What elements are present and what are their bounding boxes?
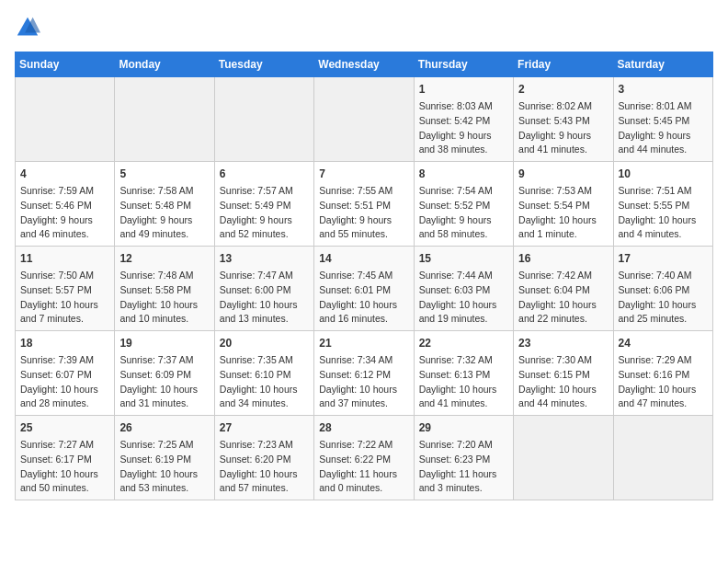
calendar-cell: [16, 77, 115, 162]
calendar-cell: 5Sunrise: 7:58 AMSunset: 5:48 PMDaylight…: [115, 162, 214, 247]
calendar-cell: 25Sunrise: 7:27 AMSunset: 6:17 PMDayligh…: [16, 416, 115, 500]
cell-line: and 19 minutes.: [419, 312, 508, 327]
cell-line: Sunset: 5:42 PM: [419, 114, 508, 129]
cell-line: Daylight: 10 hours: [319, 298, 408, 313]
cell-line: Sunset: 6:01 PM: [319, 283, 408, 298]
calendar-cell: 19Sunrise: 7:37 AMSunset: 6:09 PMDayligh…: [115, 331, 214, 416]
cell-line: Daylight: 9 hours: [419, 213, 508, 228]
day-number: 15: [419, 250, 508, 267]
cell-line: Sunrise: 7:39 AM: [20, 353, 109, 368]
day-number: 10: [619, 166, 708, 182]
cell-line: Daylight: 10 hours: [419, 383, 508, 397]
cell-line: Daylight: 11 hours: [319, 467, 408, 482]
cell-line: and 37 minutes.: [319, 396, 408, 411]
calendar-cell: 11Sunrise: 7:50 AMSunset: 5:57 PMDayligh…: [16, 247, 115, 331]
calendar-cell: 24Sunrise: 7:29 AMSunset: 6:16 PMDayligh…: [613, 331, 712, 416]
cell-line: Sunrise: 7:34 AM: [319, 353, 408, 368]
cell-line: Sunrise: 7:54 AM: [419, 184, 508, 199]
cell-line: Sunrise: 8:03 AM: [419, 99, 508, 114]
day-number: 9: [518, 166, 608, 182]
calendar-cell: 15Sunrise: 7:44 AMSunset: 6:03 PMDayligh…: [414, 247, 513, 331]
cell-line: and 3 minutes.: [419, 481, 508, 496]
day-number: 22: [419, 335, 508, 351]
cell-line: Daylight: 9 hours: [518, 129, 608, 144]
day-number: 19: [119, 335, 209, 351]
calendar-cell: [613, 416, 712, 500]
logo: [15, 15, 44, 40]
day-number: 16: [518, 250, 608, 267]
cell-line: Daylight: 9 hours: [419, 129, 508, 144]
cell-line: Sunrise: 7:27 AM: [20, 438, 109, 453]
day-number: 20: [220, 335, 309, 351]
day-number: 11: [20, 250, 109, 267]
cell-line: Sunset: 5:43 PM: [518, 114, 608, 129]
cell-line: Sunset: 6:16 PM: [619, 368, 708, 383]
cell-line: and 38 minutes.: [419, 143, 508, 157]
day-number: 2: [518, 81, 608, 98]
day-number: 5: [119, 166, 209, 182]
cell-line: Daylight: 10 hours: [119, 383, 209, 397]
cell-line: Sunrise: 7:29 AM: [619, 353, 708, 368]
cell-line: and 1 minute.: [518, 227, 608, 242]
calendar-cell: 18Sunrise: 7:39 AMSunset: 6:07 PMDayligh…: [16, 331, 115, 416]
calendar-cell: 27Sunrise: 7:23 AMSunset: 6:20 PMDayligh…: [214, 416, 313, 500]
cell-line: Sunset: 6:19 PM: [119, 453, 209, 467]
cell-line: and 46 minutes.: [20, 227, 109, 242]
cell-line: Daylight: 10 hours: [518, 298, 608, 313]
calendar-cell: 21Sunrise: 7:34 AMSunset: 6:12 PMDayligh…: [314, 331, 414, 416]
cell-line: Sunrise: 7:42 AM: [518, 269, 608, 283]
day-number: 26: [119, 419, 209, 436]
cell-line: Sunrise: 7:20 AM: [419, 438, 508, 453]
day-number: 13: [220, 250, 309, 267]
cell-line: Sunrise: 7:58 AM: [119, 184, 209, 199]
cell-line: Sunset: 6:10 PM: [220, 368, 309, 383]
cell-line: and 50 minutes.: [20, 481, 109, 496]
cell-line: Sunset: 6:17 PM: [20, 453, 109, 467]
calendar-cell: 29Sunrise: 7:20 AMSunset: 6:23 PMDayligh…: [414, 416, 513, 500]
page-header: [15, 15, 713, 40]
cell-line: Sunrise: 7:57 AM: [220, 184, 309, 199]
calendar-week-row: 4Sunrise: 7:59 AMSunset: 5:46 PMDaylight…: [16, 162, 713, 247]
day-number: 14: [319, 250, 408, 267]
calendar-cell: 4Sunrise: 7:59 AMSunset: 5:46 PMDaylight…: [16, 162, 115, 247]
cell-line: Sunset: 5:51 PM: [319, 199, 408, 213]
cell-line: Sunrise: 7:45 AM: [319, 269, 408, 283]
calendar-cell: [214, 77, 313, 162]
calendar-week-row: 25Sunrise: 7:27 AMSunset: 6:17 PMDayligh…: [16, 416, 713, 500]
cell-line: Sunset: 6:04 PM: [518, 283, 608, 298]
calendar-cell: 26Sunrise: 7:25 AMSunset: 6:19 PMDayligh…: [115, 416, 214, 500]
calendar-cell: 8Sunrise: 7:54 AMSunset: 5:52 PMDaylight…: [414, 162, 513, 247]
cell-line: Daylight: 10 hours: [220, 383, 309, 397]
calendar-cell: 1Sunrise: 8:03 AMSunset: 5:42 PMDaylight…: [414, 77, 513, 162]
cell-line: and 49 minutes.: [119, 227, 209, 242]
cell-line: and 53 minutes.: [119, 481, 209, 496]
cell-line: Sunrise: 7:48 AM: [119, 269, 209, 283]
cell-line: Sunrise: 7:55 AM: [319, 184, 408, 199]
cell-line: and 41 minutes.: [419, 396, 508, 411]
cell-line: and 4 minutes.: [619, 227, 708, 242]
cell-line: Sunrise: 7:53 AM: [518, 184, 608, 199]
cell-line: Sunrise: 8:02 AM: [518, 99, 608, 114]
weekday-header-monday: Monday: [115, 52, 214, 77]
calendar-cell: [514, 416, 613, 500]
cell-line: Daylight: 9 hours: [619, 129, 708, 144]
calendar-cell: 7Sunrise: 7:55 AMSunset: 5:51 PMDaylight…: [314, 162, 414, 247]
cell-line: Daylight: 9 hours: [119, 213, 209, 228]
day-number: 17: [619, 250, 708, 267]
cell-line: Daylight: 10 hours: [20, 467, 109, 482]
cell-line: Sunrise: 7:59 AM: [20, 184, 109, 199]
calendar-cell: 6Sunrise: 7:57 AMSunset: 5:49 PMDaylight…: [214, 162, 313, 247]
cell-line: Sunset: 6:23 PM: [419, 453, 508, 467]
cell-line: Sunrise: 7:35 AM: [220, 353, 309, 368]
cell-line: and 31 minutes.: [119, 396, 209, 411]
day-number: 28: [319, 419, 408, 436]
cell-line: Sunset: 5:52 PM: [419, 199, 508, 213]
weekday-header-friday: Friday: [514, 52, 613, 77]
cell-line: Daylight: 9 hours: [319, 213, 408, 228]
cell-line: Daylight: 9 hours: [20, 213, 109, 228]
cell-line: Sunset: 5:49 PM: [220, 199, 309, 213]
cell-line: Daylight: 10 hours: [20, 298, 109, 313]
cell-line: Sunset: 6:09 PM: [119, 368, 209, 383]
cell-line: Sunset: 6:07 PM: [20, 368, 109, 383]
cell-line: Sunrise: 8:01 AM: [619, 99, 708, 114]
